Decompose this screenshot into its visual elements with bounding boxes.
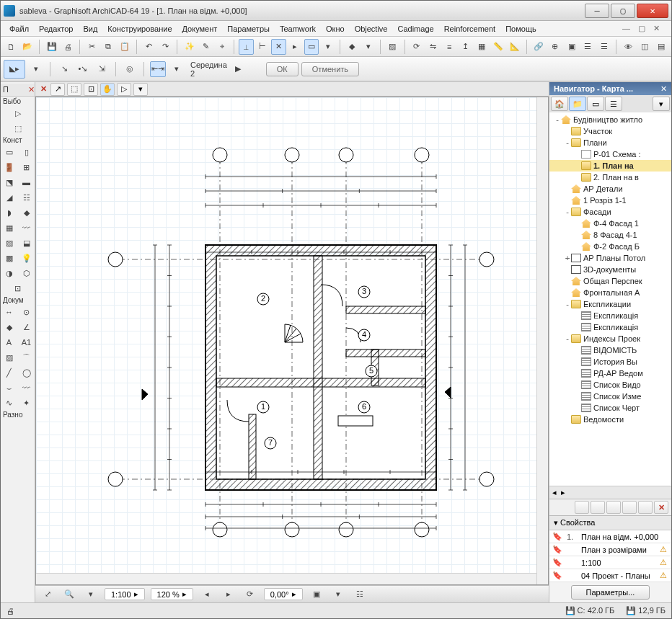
group-icon[interactable]: ▣ [564,39,579,55]
dropdown-2-icon[interactable]: ▾ [28,61,44,77]
spline-tool-icon[interactable]: ∿ [1,396,17,410]
snap-edge-icon[interactable]: ▭ [304,39,319,55]
beam-tool-icon[interactable]: ⬔ [1,175,17,190]
tree-item[interactable]: Експликація [549,310,671,321]
tab-ctrl-2[interactable]: ⬚ [67,83,81,96]
tree-item[interactable]: Фронтальная А [549,287,671,298]
raise-icon[interactable]: ↥ [459,39,474,55]
tree-item[interactable]: Участок [549,125,671,137]
nav-btn-5[interactable] [638,501,653,514]
tool-misc-1[interactable]: ◆ [345,39,360,55]
props-row[interactable]: 🔖04 Проект - Планы⚠ [549,569,671,582]
snap-dd-icon[interactable]: ▾ [169,61,185,77]
save-button[interactable]: 💾 [44,39,59,55]
play-icon[interactable]: ▶ [230,61,246,77]
snap-half-icon[interactable]: ⇤⇥ [150,61,166,77]
cut-button[interactable]: ✂ [84,39,100,55]
palette-icon[interactable]: ▤ [653,39,668,55]
pen-icon[interactable]: ✎ [198,39,213,55]
tree-item[interactable]: Р-01 Схема : [549,148,671,160]
angle-tool-icon[interactable]: ∠ [19,320,35,334]
view-icon[interactable]: 👁 [621,39,636,55]
object-tool-icon[interactable]: ⬓ [19,236,35,250]
cursor-line-icon[interactable]: ↘ [56,61,72,77]
window-icon[interactable]: ◫ [637,39,653,55]
snap-mid-icon[interactable]: ⊢ [255,39,270,55]
orbit-icon[interactable]: ⟳ [242,587,258,602]
cancel-button[interactable]: Отменить [301,62,359,76]
menu-design[interactable]: Конструирование [103,23,176,35]
zoom-fit-icon[interactable]: ⤢ [40,587,56,602]
tree-item[interactable]: 1 Розріз 1-1 [549,195,671,206]
marquee-tool-icon[interactable]: ⬚ [10,121,26,135]
roof-tool-icon[interactable]: ◢ [1,190,17,205]
pan-left-icon[interactable]: ◂ [199,587,215,602]
nav-btn-1[interactable] [575,501,589,514]
redo-button[interactable]: ↷ [158,39,173,55]
print-button[interactable]: 🖨 [61,39,76,55]
arrow-mode-icon[interactable]: ◣▸ [4,60,25,79]
door-tool-icon[interactable]: 🚪 [1,160,17,174]
scale-display[interactable]: 1:100▸ [105,588,145,600]
move-icon[interactable]: ⇲ [94,61,110,77]
tab-ctrl-6[interactable]: ▾ [133,83,148,96]
tool-misc-3[interactable]: ▨ [385,39,400,55]
cursor-node-icon[interactable]: •↘ [75,61,91,77]
tree-item[interactable]: 2. План на в [549,172,671,183]
open-button[interactable]: 📂 [20,39,35,55]
pan-right-icon[interactable]: ▸ [221,587,236,602]
menu-window[interactable]: Окно [322,23,349,35]
angle-display[interactable]: 0,00°▸ [264,588,303,600]
tree-scroll-left[interactable]: ◂ [552,488,557,497]
stair-tool-icon[interactable]: ☷ [19,190,35,205]
crosshair-icon[interactable]: ⌖ [215,39,230,55]
tab-ctrl-3[interactable]: ⊡ [84,83,98,96]
text-tool-icon[interactable]: A [1,335,17,349]
canvas-scroll-h[interactable] [36,573,536,584]
window-tool-icon[interactable]: ⊞ [19,160,35,174]
ruler-icon[interactable]: 📏 [491,39,506,55]
dim-tool-icon[interactable]: ↔ [1,305,17,319]
tree-item[interactable]: Общая Перспек [549,275,671,287]
grid-tool-icon[interactable]: ▩ [1,251,17,265]
tape-icon[interactable]: 📐 [507,39,522,55]
drawing-canvas[interactable]: 11223344 ББАА 1234567 ±0,000 1 (5) 1 [35,97,549,585]
new-button[interactable]: 🗋 [4,39,19,55]
zoom-in-icon[interactable]: 🔍 [61,587,77,602]
menu-view[interactable]: Вид [79,23,102,35]
tree-item[interactable]: 8 Фасад 4-1 [549,229,671,241]
undo-button[interactable]: ↶ [141,39,156,55]
tree-item[interactable]: ВІДОМІСТЬ [549,344,671,356]
tree-item[interactable]: -Експликации [549,298,671,310]
arc-tool-icon[interactable]: ⌣ [1,380,17,395]
tree-item[interactable]: Список Черт [549,402,671,414]
nav-btn-4[interactable] [622,501,637,514]
snap-guide-icon[interactable]: ▸ [288,39,303,55]
paste-button[interactable]: 📋 [118,39,133,55]
tree-item[interactable]: РД-АР Ведом [549,368,671,379]
line-tool-icon[interactable]: ╱ [1,365,17,380]
tree-item[interactable]: 1. План на [549,160,671,172]
mdi-controls[interactable]: — ▢ ✕ [618,22,667,35]
target-icon[interactable]: ◎ [122,61,138,77]
maximize-button[interactable]: ▢ [611,4,635,18]
tree-item[interactable]: Список Изме [549,391,671,402]
nav-tab-opts[interactable]: ▾ [653,97,670,111]
zoom-display[interactable]: 120 %▸ [151,588,193,600]
menu-reinforcement[interactable]: Reinforcement [440,23,500,35]
mesh-tool-icon[interactable]: 〰 [19,221,35,235]
nav-btn-2[interactable] [591,501,605,514]
props-params-button[interactable]: Параметры... [571,585,650,600]
hotspot-tool-icon[interactable]: ✦ [19,396,35,410]
tree-item[interactable]: Список Видо [549,379,671,391]
nav-tab-views[interactable]: 📁 [569,97,586,111]
mep-tool-icon[interactable]: ⬡ [19,266,35,280]
circle-tool-icon[interactable]: ◯ [19,365,35,380]
morph-tool-icon[interactable]: ◆ [19,205,35,220]
nav-tab-layouts[interactable]: ▭ [587,97,604,111]
layer-icon[interactable]: ☰ [580,39,596,55]
level-tool-icon[interactable]: ◆ [1,320,17,334]
minimize-button[interactable]: — [585,4,609,18]
menu-teamwork[interactable]: Teamwork [275,23,320,35]
dropdown-icon[interactable]: ▾ [320,39,335,55]
